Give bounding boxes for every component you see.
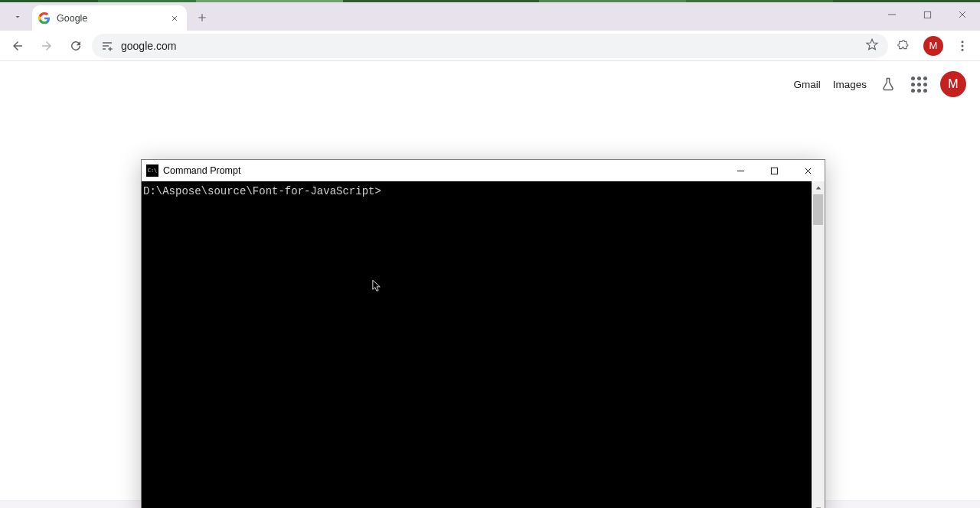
tab-search-button[interactable]: [6, 5, 29, 28]
cmd-titlebar[interactable]: Command Prompt: [142, 160, 825, 181]
extensions-button[interactable]: [891, 33, 917, 59]
avatar-letter: M: [948, 77, 958, 91]
chevron-up-icon: [815, 185, 822, 191]
url-text: google.com: [121, 40, 858, 52]
chevron-down-icon: [815, 506, 822, 509]
cmd-terminal-output[interactable]: D:\Aspose\source\Font-for-JavaScript>: [142, 181, 812, 508]
images-link[interactable]: Images: [833, 79, 867, 90]
tune-icon: [101, 40, 113, 52]
avatar-letter: M: [929, 40, 938, 51]
cmd-maximize-button[interactable]: [757, 160, 791, 181]
chrome-menu-button[interactable]: [949, 33, 975, 59]
google-header-links: Gmail Images M: [793, 61, 980, 107]
cmd-window-controls: [724, 160, 825, 181]
svg-point-3: [962, 48, 964, 50]
forward-button[interactable]: [34, 33, 60, 59]
cmd-app-icon: [146, 164, 158, 177]
new-tab-button[interactable]: [191, 7, 213, 28]
cmd-minimize-button[interactable]: [724, 160, 757, 181]
reload-icon: [69, 39, 83, 53]
google-apps-button[interactable]: [910, 75, 928, 93]
scrollbar-track[interactable]: [812, 194, 825, 502]
arrow-right-icon: [40, 39, 54, 53]
cmd-vertical-scrollbar[interactable]: [812, 181, 825, 508]
scrollbar-up-button[interactable]: [812, 181, 825, 194]
close-icon: [171, 15, 178, 22]
cmd-close-button[interactable]: [791, 160, 825, 181]
google-favicon-icon: [38, 12, 51, 24]
scrollbar-thumb[interactable]: [813, 194, 823, 225]
back-button[interactable]: [5, 33, 31, 59]
profile-button[interactable]: M: [920, 33, 946, 59]
tab-title: Google: [57, 13, 162, 24]
browser-tab-active[interactable]: Google: [32, 5, 187, 31]
tab-close-button[interactable]: [168, 12, 181, 24]
reload-button[interactable]: [63, 33, 89, 59]
chrome-maximize-button[interactable]: [910, 2, 945, 27]
chrome-browser-window: Google: [0, 2, 980, 508]
maximize-icon: [770, 167, 779, 175]
apps-grid-icon: [910, 75, 928, 93]
bookmark-button[interactable]: [865, 37, 879, 54]
gmail-link[interactable]: Gmail: [793, 79, 820, 90]
flask-icon: [880, 77, 896, 92]
kebab-icon: [956, 39, 969, 53]
svg-rect-4: [771, 168, 777, 174]
puzzle-icon: [897, 39, 911, 53]
command-prompt-window: Command Prompt D:\Aspose\source\Font-for…: [141, 159, 825, 508]
minimize-icon: [887, 10, 897, 19]
svg-rect-0: [924, 11, 930, 18]
plus-icon: [197, 12, 207, 23]
arrow-left-icon: [11, 39, 24, 53]
chrome-minimize-button[interactable]: [874, 2, 910, 27]
site-info-button[interactable]: [101, 40, 113, 52]
maximize-icon: [923, 11, 932, 19]
cmd-title-text: Command Prompt: [163, 165, 724, 176]
avatar-icon: M: [923, 36, 943, 56]
page-content: Gmail Images M Command Prompt: [0, 61, 980, 500]
close-icon: [804, 167, 812, 175]
chrome-close-button[interactable]: [945, 2, 980, 27]
star-icon: [865, 37, 879, 51]
svg-point-2: [962, 44, 964, 47]
chevron-down-icon: [13, 12, 22, 21]
cmd-client-area: D:\Aspose\source\Font-for-JavaScript>: [142, 181, 825, 508]
address-bar[interactable]: google.com: [92, 34, 888, 58]
chrome-toolbar: google.com M: [0, 31, 980, 61]
chrome-tab-strip: Google: [0, 2, 980, 31]
scrollbar-down-button[interactable]: [812, 502, 825, 508]
close-icon: [958, 10, 967, 19]
minimize-icon: [737, 167, 745, 175]
google-account-button[interactable]: M: [940, 71, 966, 97]
labs-button[interactable]: [879, 75, 897, 93]
svg-point-1: [962, 41, 964, 43]
cmd-prompt-line: D:\Aspose\source\Font-for-JavaScript>: [143, 185, 381, 197]
chrome-window-controls: [874, 2, 980, 31]
